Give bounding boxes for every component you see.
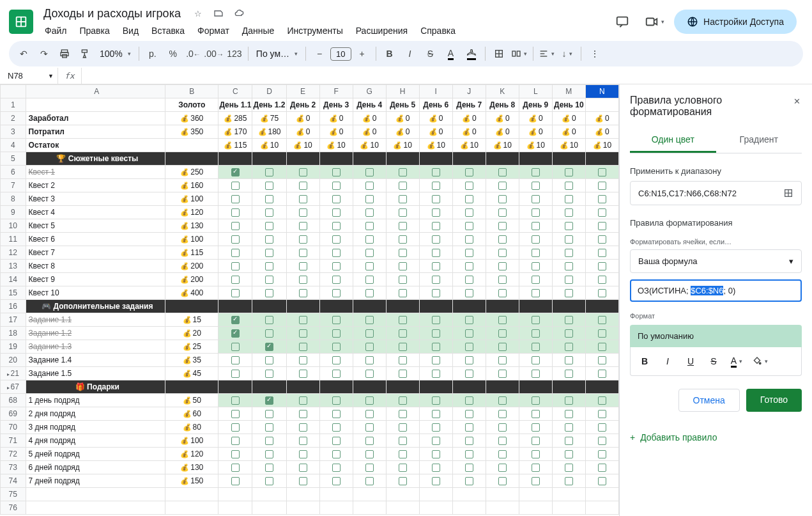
checkbox[interactable] bbox=[299, 396, 307, 405]
checkbox[interactable] bbox=[598, 356, 606, 364]
checkbox[interactable] bbox=[399, 182, 407, 190]
checkbox[interactable] bbox=[432, 235, 440, 244]
checkbox[interactable] bbox=[299, 477, 307, 485]
checkbox[interactable] bbox=[231, 222, 240, 230]
checkbox[interactable] bbox=[532, 477, 540, 485]
cloud-icon[interactable] bbox=[232, 6, 246, 20]
checkbox[interactable] bbox=[465, 168, 473, 176]
checkbox[interactable] bbox=[332, 168, 341, 176]
checkbox[interactable] bbox=[465, 396, 473, 405]
checkbox[interactable] bbox=[532, 410, 540, 418]
checkbox[interactable] bbox=[365, 249, 374, 257]
checkbox[interactable] bbox=[465, 356, 473, 364]
checkbox[interactable] bbox=[465, 343, 473, 351]
row-header-74[interactable]: 74 bbox=[1, 474, 26, 488]
checkbox[interactable] bbox=[231, 182, 240, 190]
checkbox[interactable] bbox=[432, 182, 440, 190]
checkbox[interactable] bbox=[598, 370, 606, 378]
row-header-1[interactable]: 1 bbox=[1, 98, 26, 112]
checkbox[interactable] bbox=[365, 208, 374, 217]
checkbox[interactable] bbox=[532, 249, 540, 257]
checkbox[interactable] bbox=[231, 329, 240, 338]
checkbox[interactable] bbox=[598, 182, 606, 190]
checkbox[interactable] bbox=[432, 356, 440, 364]
checkbox[interactable] bbox=[299, 249, 307, 257]
row-header-12[interactable]: 12 bbox=[1, 246, 26, 260]
checkbox[interactable] bbox=[532, 262, 540, 270]
row-header-8[interactable]: 8 bbox=[1, 192, 26, 206]
menu-Формат[interactable]: Формат bbox=[192, 23, 234, 38]
checkbox[interactable] bbox=[399, 423, 407, 432]
checkbox[interactable] bbox=[299, 423, 307, 432]
checkbox[interactable] bbox=[299, 464, 307, 472]
checkbox[interactable] bbox=[399, 343, 407, 351]
row-header-4[interactable]: 4 bbox=[1, 139, 26, 152]
checkbox[interactable] bbox=[399, 249, 407, 257]
checkbox[interactable] bbox=[465, 423, 473, 432]
checkbox[interactable] bbox=[565, 437, 573, 445]
checkbox[interactable] bbox=[498, 423, 507, 432]
row-header-18[interactable]: 18 bbox=[1, 327, 26, 340]
currency-button[interactable]: р. bbox=[143, 44, 162, 63]
checkbox[interactable] bbox=[399, 356, 407, 364]
row-header-6[interactable]: 6 bbox=[1, 166, 26, 179]
menu-Инструменты[interactable]: Инструменты bbox=[282, 23, 348, 38]
checkbox[interactable] bbox=[465, 370, 473, 378]
close-panel-button[interactable]: ✕ bbox=[790, 95, 803, 107]
checkbox[interactable] bbox=[265, 182, 273, 190]
checkbox[interactable] bbox=[365, 464, 374, 472]
font-size-decrease[interactable]: − bbox=[310, 44, 329, 63]
checkbox[interactable] bbox=[598, 235, 606, 244]
checkbox[interactable] bbox=[332, 316, 341, 324]
cancel-button[interactable]: Отмена bbox=[678, 389, 740, 412]
checkbox[interactable] bbox=[532, 343, 540, 351]
checkbox[interactable] bbox=[432, 464, 440, 472]
checkbox[interactable] bbox=[532, 195, 540, 203]
checkbox[interactable] bbox=[432, 343, 440, 351]
row-header-21[interactable]: 21 bbox=[1, 367, 26, 380]
checkbox[interactable] bbox=[498, 276, 507, 284]
row-header-10[interactable]: 10 bbox=[1, 219, 26, 233]
paint-format-button[interactable] bbox=[75, 44, 95, 63]
checkbox[interactable] bbox=[498, 262, 507, 270]
checkbox[interactable] bbox=[332, 249, 341, 257]
checkbox[interactable] bbox=[498, 208, 507, 217]
checkbox[interactable] bbox=[565, 464, 573, 472]
checkbox[interactable] bbox=[365, 235, 374, 244]
checkbox[interactable] bbox=[399, 262, 407, 270]
col-header-J[interactable]: J bbox=[452, 85, 486, 98]
checkbox[interactable] bbox=[265, 464, 273, 472]
checkbox[interactable] bbox=[265, 208, 273, 217]
checkbox[interactable] bbox=[432, 437, 440, 445]
menu-Справка[interactable]: Справка bbox=[415, 23, 461, 38]
col-header-F[interactable]: F bbox=[319, 85, 353, 98]
tab-gradient[interactable]: Градиент bbox=[716, 128, 802, 153]
font-size-increase[interactable]: + bbox=[353, 44, 372, 63]
checkbox[interactable] bbox=[432, 477, 440, 485]
checkbox[interactable] bbox=[498, 289, 507, 297]
checkbox[interactable] bbox=[399, 437, 407, 445]
sheets-logo[interactable] bbox=[9, 10, 33, 34]
checkbox[interactable] bbox=[465, 222, 473, 230]
checkbox[interactable] bbox=[299, 450, 307, 458]
col-header-B[interactable]: B bbox=[165, 85, 218, 98]
checkbox[interactable] bbox=[498, 437, 507, 445]
checkbox[interactable] bbox=[565, 423, 573, 432]
menu-Расширения[interactable]: Расширения bbox=[351, 23, 413, 38]
checkbox[interactable] bbox=[532, 289, 540, 297]
checkbox[interactable] bbox=[231, 249, 240, 257]
checkbox[interactable] bbox=[465, 437, 473, 445]
checkbox[interactable] bbox=[265, 222, 273, 230]
checkbox[interactable] bbox=[332, 423, 341, 432]
checkbox[interactable] bbox=[498, 477, 507, 485]
checkbox[interactable] bbox=[432, 208, 440, 217]
checkbox[interactable] bbox=[299, 437, 307, 445]
checkbox[interactable] bbox=[399, 208, 407, 217]
checkbox[interactable] bbox=[465, 249, 473, 257]
checkbox[interactable] bbox=[565, 316, 573, 324]
checkbox[interactable] bbox=[265, 450, 273, 458]
checkbox[interactable] bbox=[231, 235, 240, 244]
checkbox[interactable] bbox=[399, 477, 407, 485]
checkbox[interactable] bbox=[498, 222, 507, 230]
checkbox[interactable] bbox=[498, 195, 507, 203]
